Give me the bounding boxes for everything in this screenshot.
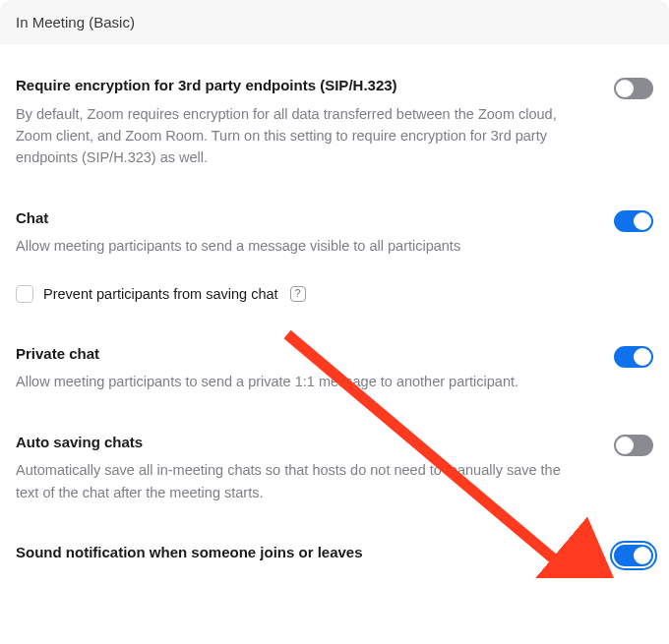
setting-desc-encryption: By default, Zoom requires encryption for… bbox=[16, 103, 567, 169]
toggle-sound-notif[interactable] bbox=[614, 545, 653, 566]
setting-desc-auto-save: Automatically save all in-meeting chats … bbox=[16, 459, 567, 503]
toggle-knob bbox=[616, 80, 634, 97]
setting-row-chat: Chat Allow meeting participants to send … bbox=[16, 177, 653, 265]
toggle-auto-save[interactable] bbox=[614, 435, 653, 456]
label-prevent-save: Prevent participants from saving chat bbox=[43, 286, 278, 302]
setting-title-chat: Chat bbox=[16, 208, 567, 228]
toggle-private-chat[interactable] bbox=[614, 346, 653, 368]
setting-desc-chat: Allow meeting participants to send a mes… bbox=[16, 235, 567, 257]
help-icon[interactable]: ? bbox=[290, 286, 306, 302]
setting-text: Private chat Allow meeting participants … bbox=[16, 344, 567, 393]
toggle-encryption[interactable] bbox=[614, 78, 653, 99]
setting-row-sound-notif: Sound notification when someone joins or… bbox=[16, 511, 653, 578]
setting-desc-private-chat: Allow meeting participants to send a pri… bbox=[16, 371, 567, 392]
toggle-knob bbox=[616, 437, 634, 454]
setting-title-auto-save: Auto saving chats bbox=[16, 433, 567, 452]
setting-text: Sound notification when someone joins or… bbox=[16, 543, 567, 570]
section-title: In Meeting (Basic) bbox=[16, 14, 135, 30]
toggle-knob bbox=[634, 212, 651, 230]
sub-option-prevent-save: Prevent participants from saving chat ? bbox=[16, 265, 653, 313]
toggle-knob bbox=[634, 547, 651, 564]
setting-title-sound-notif: Sound notification when someone joins or… bbox=[16, 543, 567, 562]
checkbox-prevent-save[interactable] bbox=[16, 285, 33, 303]
setting-text: Chat Allow meeting participants to send … bbox=[16, 208, 567, 258]
setting-text: Auto saving chats Automatically save all… bbox=[16, 433, 567, 503]
section-header: In Meeting (Basic) bbox=[0, 0, 669, 44]
settings-list: Require encryption for 3rd party endpoin… bbox=[0, 44, 669, 578]
setting-text: Require encryption for 3rd party endpoin… bbox=[16, 76, 567, 169]
setting-row-auto-save: Auto saving chats Automatically save all… bbox=[16, 401, 653, 511]
toggle-chat[interactable] bbox=[614, 210, 653, 232]
toggle-knob bbox=[634, 348, 651, 366]
setting-title-private-chat: Private chat bbox=[16, 344, 567, 364]
setting-title-encryption: Require encryption for 3rd party endpoin… bbox=[16, 76, 567, 95]
setting-row-private-chat: Private chat Allow meeting participants … bbox=[16, 313, 653, 401]
setting-row-encryption: Require encryption for 3rd party endpoin… bbox=[16, 44, 653, 177]
